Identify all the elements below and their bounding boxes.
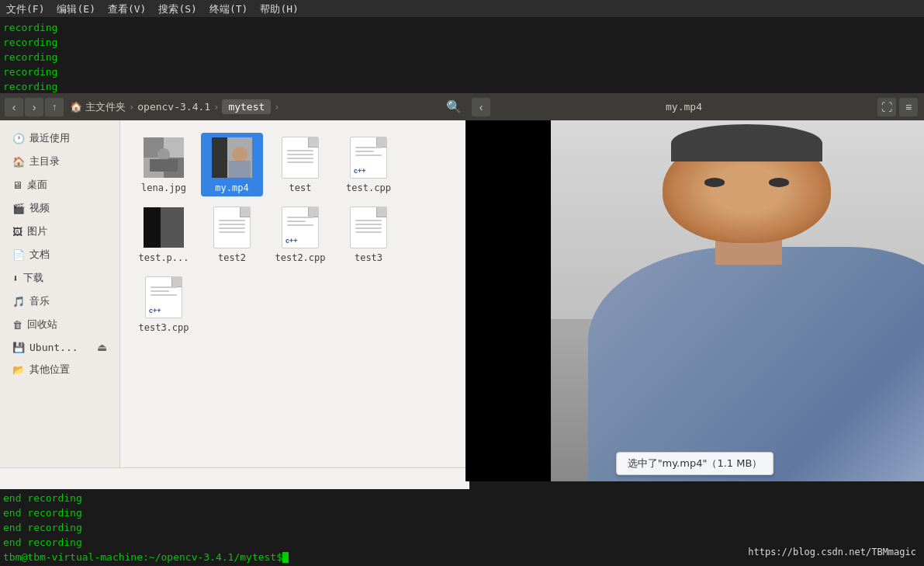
- home-icon: 🏠: [70, 101, 82, 113]
- videos-icon: 🎬: [12, 203, 25, 214]
- vp-black-region: [465, 120, 551, 481]
- downloads-icon: ⬇: [12, 273, 19, 284]
- sidebar-item-music[interactable]: 🎵 音乐: [0, 290, 119, 313]
- sidebar-item-documents[interactable]: 📄 文档: [0, 243, 119, 266]
- recording-line-1: recording: [3, 20, 921, 35]
- file-item-testcpp[interactable]: c++ test.cpp: [337, 133, 400, 196]
- sidebar-item-music-label: 音乐: [29, 294, 50, 308]
- fm-breadcrumb-mytest[interactable]: mytest: [222, 99, 271, 114]
- file-item-lena[interactable]: lena.jpg: [133, 133, 195, 196]
- terminal-url: https://blog.csdn.net/TBMmagic: [748, 545, 916, 560]
- svg-rect-15: [161, 207, 184, 248]
- video-thumbnail: [212, 137, 252, 178]
- file-icon-lena: [142, 136, 185, 179]
- other-icon: 📂: [12, 364, 25, 376]
- file-name-test2: test2: [218, 252, 246, 263]
- vp-titlebar: ‹ my.mp4 ⛶ ≡: [465, 93, 924, 120]
- sidebar-item-other[interactable]: 📂 其他位置: [0, 358, 119, 381]
- vp-back-button[interactable]: ‹: [472, 98, 490, 116]
- vp-hair-cap: [671, 124, 822, 162]
- end-recording-line-3: end recording: [3, 505, 921, 520]
- vp-video-content[interactable]: 选中了"my.mp4"（1.1 MB）: [465, 120, 924, 481]
- dark-thumbnail: [144, 207, 184, 248]
- file-name-test3cpp: test3.cpp: [138, 322, 189, 333]
- recording-line-2: recording: [3, 35, 921, 50]
- fm-sidebar: 🕐 最近使用 🏠 主目录 🖥 桌面 🎬 视频 🖼 图片 📄 文档: [0, 120, 120, 467]
- sidebar-item-videos[interactable]: 🎬 视频: [0, 196, 119, 220]
- breadcrumb-opencv-label: opencv-3.4.1: [137, 101, 210, 113]
- file-name-mymp4: my.mp4: [215, 182, 248, 193]
- terminal-cursor: [282, 552, 289, 563]
- fm-forward-button[interactable]: ›: [25, 98, 43, 116]
- music-icon: 🎵: [12, 296, 25, 307]
- fm-back-button[interactable]: ‹: [5, 98, 23, 116]
- svg-rect-14: [144, 207, 161, 248]
- file-item-testp[interactable]: test.p...: [133, 203, 195, 266]
- sidebar-item-downloads[interactable]: ⬇ 下载: [0, 266, 119, 290]
- svg-rect-9: [212, 137, 227, 178]
- vp-eye-right: [769, 178, 789, 186]
- file-name-test: test: [289, 182, 312, 193]
- fm-body: 🕐 最近使用 🏠 主目录 🖥 桌面 🎬 视频 🖼 图片 📄 文档: [0, 120, 469, 467]
- menu-view[interactable]: 查看(V): [108, 2, 146, 16]
- file-item-test3cpp[interactable]: c++ test3.cpp: [133, 273, 195, 336]
- terminal-prompt: tbm@tbm-virtual-machine:~/opencv-3.4.1/m…: [3, 550, 282, 564]
- end-recording-line-4: end recording: [3, 520, 921, 535]
- file-icon-test2: [210, 206, 254, 249]
- sidebar-item-videos-label: 视频: [29, 201, 50, 215]
- menu-terminal[interactable]: 终端(T): [209, 2, 247, 16]
- file-manager-window: ‹ › ↑ 🏠 主文件夹 › opencv-3.4.1 › mytest › 🔍…: [0, 93, 469, 489]
- recording-line-3: recording: [3, 50, 921, 64]
- fm-statusbar: [0, 467, 469, 489]
- sidebar-item-pictures[interactable]: 🖼 图片: [0, 220, 119, 243]
- documents-icon: 📄: [12, 249, 25, 261]
- sidebar-item-home-label: 主目录: [29, 155, 60, 168]
- menu-help[interactable]: 帮助(H): [260, 2, 298, 16]
- fm-toolbar: ‹ › ↑ 🏠 主文件夹 › opencv-3.4.1 › mytest › 🔍: [0, 93, 469, 120]
- file-name-lena: lena.jpg: [141, 182, 186, 193]
- recent-icon: 🕐: [12, 133, 25, 144]
- file-item-test3[interactable]: test3: [337, 203, 400, 266]
- vp-person-composite: [551, 120, 924, 481]
- file-name-testcpp: test.cpp: [346, 182, 391, 193]
- file-item-mymp4[interactable]: my.mp4: [201, 133, 263, 196]
- file-item-test2[interactable]: test2: [201, 203, 263, 266]
- file-item-test2cpp[interactable]: c++ test2.cpp: [269, 203, 331, 266]
- file-icon-testp: [142, 206, 185, 249]
- end-recording-line-2: end recording: [3, 491, 921, 505]
- vp-menu-button[interactable]: ≡: [899, 98, 918, 116]
- lena-thumbnail: [144, 137, 184, 178]
- menu-file[interactable]: 文件(F): [6, 2, 44, 16]
- file-icon-mymp4: [210, 136, 254, 179]
- video-status-tooltip: 选中了"my.mp4"（1.1 MB）: [616, 452, 774, 475]
- menu-search[interactable]: 搜索(S): [158, 2, 196, 16]
- sidebar-item-home[interactable]: 🏠 主目录: [0, 150, 119, 173]
- ubuntu-drive-icon: 💾: [12, 342, 25, 353]
- file-item-test[interactable]: test: [269, 133, 331, 196]
- file-icon-testcpp: c++: [347, 136, 390, 179]
- fm-search-button[interactable]: 🔍: [443, 99, 465, 114]
- sidebar-item-other-label: 其他位置: [29, 363, 70, 377]
- eject-button[interactable]: ⏏: [97, 341, 107, 353]
- vp-person-head: [663, 135, 830, 244]
- fm-breadcrumb-opencv[interactable]: opencv-3.4.1: [137, 101, 210, 113]
- recording-line-4: recording: [3, 64, 921, 79]
- vp-video-image: [551, 120, 924, 481]
- sidebar-item-trash[interactable]: 🗑 回收站: [0, 313, 119, 336]
- vp-expand-button[interactable]: ⛶: [877, 98, 896, 116]
- svg-rect-12: [229, 161, 251, 178]
- file-icon-test3cpp: c++: [142, 276, 185, 319]
- sidebar-item-recent[interactable]: 🕐 最近使用: [0, 127, 119, 150]
- fm-up-button[interactable]: ↑: [45, 98, 64, 116]
- trash-icon: 🗑: [12, 319, 22, 331]
- menu-edit[interactable]: 编辑(E): [57, 2, 95, 16]
- fm-breadcrumb-home[interactable]: 🏠 主文件夹: [70, 100, 126, 114]
- breadcrumb-sep-1: ›: [129, 102, 134, 113]
- file-name-test3: test3: [355, 252, 382, 263]
- sidebar-item-ubuntu[interactable]: 💾 Ubunt... ⏏: [0, 336, 119, 358]
- file-icon-test2cpp: c++: [279, 206, 322, 249]
- sidebar-item-desktop[interactable]: 🖥 桌面: [0, 173, 119, 196]
- sidebar-item-documents-label: 文档: [29, 248, 50, 262]
- vp-person-body: [588, 247, 924, 481]
- video-preview-window: ‹ my.mp4 ⛶ ≡: [465, 93, 924, 481]
